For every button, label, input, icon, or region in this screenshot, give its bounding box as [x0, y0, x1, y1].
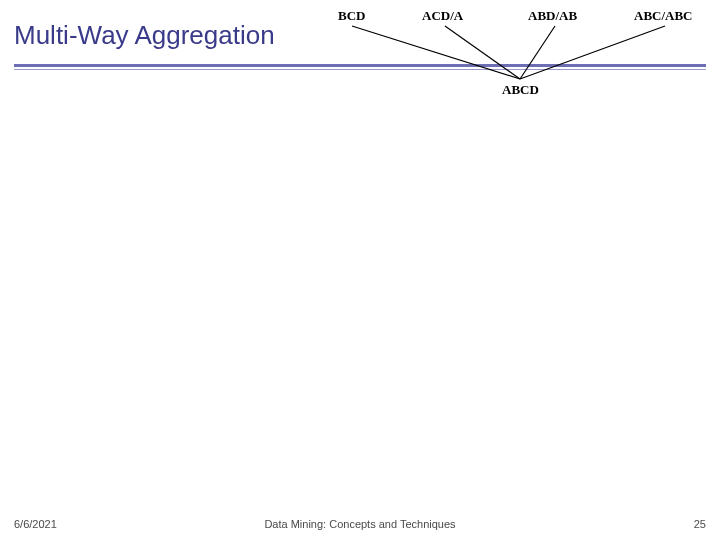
footer-title: Data Mining: Concepts and Techniques — [0, 518, 720, 530]
page-title: Multi-Way Aggregation — [14, 20, 275, 51]
lattice-node-top-3: ABC/ABC — [634, 8, 693, 24]
lattice-node-bottom: ABCD — [502, 82, 539, 98]
svg-line-1 — [445, 26, 520, 79]
lattice-diagram: BCD ACD/A ABD/AB ABC/ABC ABCD — [330, 4, 710, 104]
svg-line-2 — [520, 26, 555, 79]
lattice-node-top-0: BCD — [338, 8, 365, 24]
svg-line-0 — [352, 26, 520, 79]
footer-page-number: 25 — [694, 518, 706, 530]
lattice-node-top-1: ACD/A — [422, 8, 463, 24]
slide: Multi-Way Aggregation BCD ACD/A ABD/AB A… — [0, 0, 720, 540]
svg-line-3 — [520, 26, 665, 79]
lattice-node-top-2: ABD/AB — [528, 8, 577, 24]
